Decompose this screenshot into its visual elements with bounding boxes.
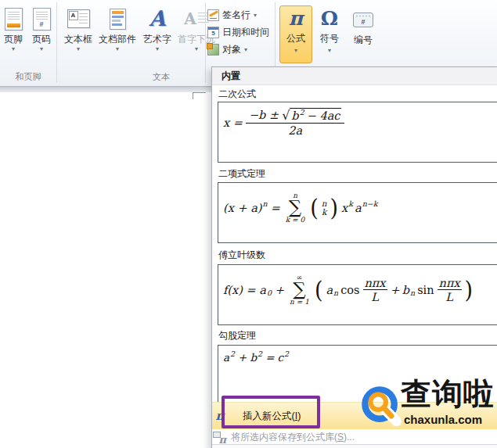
annotation-highlight-box	[221, 396, 320, 428]
equation-label: 公式	[286, 32, 305, 45]
chevron-down-icon[interactable]: ▾	[328, 48, 331, 54]
summation: ∞ ∑ n = 1	[290, 274, 309, 306]
chevron-down-icon: ▾	[195, 46, 198, 52]
word-art-icon: A	[149, 5, 166, 33]
gallery-header-built-in: 内置	[212, 67, 497, 85]
binomial-theorem: (x + a) n = n ∑ k = 0 ( n k ) x k	[223, 192, 497, 224]
gallery-item-quadratic[interactable]: x = −b ± √ b 2 − 4ac 2a	[218, 102, 497, 163]
object-button[interactable]: 对象 ▾	[207, 43, 247, 56]
quick-parts-icon	[110, 5, 126, 33]
chevron-down-icon[interactable]: ▾	[254, 12, 257, 19]
footer-button[interactable]: 页脚 ▾	[0, 5, 27, 63]
chevron-down-icon[interactable]: ▾	[294, 48, 297, 54]
quick-parts-label: 文档部件	[99, 34, 136, 45]
signature-line-icon	[207, 9, 219, 21]
object-icon	[207, 44, 219, 56]
text-box-label: 文本框	[64, 34, 92, 45]
chevron-down-icon[interactable]: ▾	[40, 46, 43, 52]
dropdown-bottom-edge	[212, 444, 497, 448]
pi-icon: π	[289, 6, 303, 31]
quadratic-formula: x = −b ± √ b 2 − 4ac 2a	[223, 108, 497, 137]
save-equation-icon: π	[213, 431, 226, 444]
chevron-down-icon[interactable]: ▾	[12, 46, 15, 52]
chevron-down-icon[interactable]: ▾	[244, 46, 247, 53]
omega-icon: Ω	[321, 6, 338, 31]
group-separator	[205, 2, 206, 83]
text-box-icon: A	[67, 5, 90, 33]
pythagorean-theorem: a2 + b2 = c2	[223, 351, 497, 364]
equation-gallery: 二次公式 x = −b ± √ b 2 − 4ac	[212, 85, 497, 402]
word-art-button[interactable]: A 艺术字 ▾	[139, 5, 175, 63]
number-icon: #	[353, 13, 373, 27]
equation-name-binomial: 二项式定理	[218, 168, 497, 180]
number-button[interactable]: # 编号	[347, 5, 380, 63]
signature-line-button[interactable]: 签名行 ▾	[207, 9, 257, 21]
calendar-clock-icon: 5	[207, 27, 219, 38]
binomial-coefficient: n k	[322, 199, 327, 217]
magnifier-logo-icon	[358, 383, 402, 427]
gallery-item-binomial[interactable]: (x + a) n = n ∑ k = 0 ( n k ) x k	[218, 182, 497, 243]
chevron-down-icon[interactable]: ▾	[116, 46, 119, 52]
symbol-button[interactable]: Ω 符号 ▾	[313, 5, 346, 63]
fraction: nπx L	[438, 277, 462, 303]
quick-parts-button[interactable]: 文档部件 ▾	[95, 5, 139, 63]
text-box-button[interactable]: A 文本框 ▾	[61, 5, 95, 63]
object-label: 对象	[222, 43, 241, 56]
document-page-corner	[193, 92, 206, 99]
watermark-domain: chaxunla.com	[404, 413, 482, 426]
watermark-logo: 查询啦 chaxunla.com	[357, 378, 497, 433]
group-separator	[56, 2, 57, 83]
footer-label: 页脚	[4, 34, 23, 45]
equation-name-quadratic: 二次公式	[218, 88, 497, 100]
group-label-text: 文本	[117, 71, 205, 83]
word-art-label: 艺术字	[143, 34, 171, 45]
page-number-label: 页码	[32, 34, 51, 45]
fraction: −b ± √ b 2 − 4ac 2a	[246, 108, 345, 137]
group-label-header-footer: 和页脚	[0, 71, 56, 83]
footer-icon	[5, 5, 23, 33]
signature-line-label: 签名行	[222, 9, 250, 22]
chevron-down-icon[interactable]: ▾	[77, 46, 80, 52]
chevron-down-icon[interactable]: ▾	[156, 46, 159, 52]
equation-name-pythagorean: 勾股定理	[218, 330, 497, 342]
symbol-label: 符号	[320, 32, 339, 45]
date-time-label: 日期和时间	[222, 26, 269, 39]
number-label: 编号	[354, 34, 373, 47]
fraction: nπx L	[363, 277, 387, 303]
radical: √ b 2 − 4ac	[282, 108, 341, 122]
page-number-icon: #	[33, 5, 51, 33]
summation: n ∑ k = 0	[286, 192, 304, 224]
gallery-item-fourier[interactable]: f(x) = a 0 + ∞ ∑ n = 1 ( a n cos nπx L	[218, 264, 497, 325]
page-number-button[interactable]: # 页码 ▾	[27, 5, 56, 63]
fourier-series: f(x) = a 0 + ∞ ∑ n = 1 ( a n cos nπx L	[223, 274, 497, 306]
watermark-title: 查询啦	[401, 375, 495, 411]
date-time-button[interactable]: 5 日期和时间	[207, 26, 269, 38]
equation-button[interactable]: π 公式 ▾	[279, 5, 312, 63]
equation-name-fourier: 傅立叶级数	[218, 249, 497, 261]
